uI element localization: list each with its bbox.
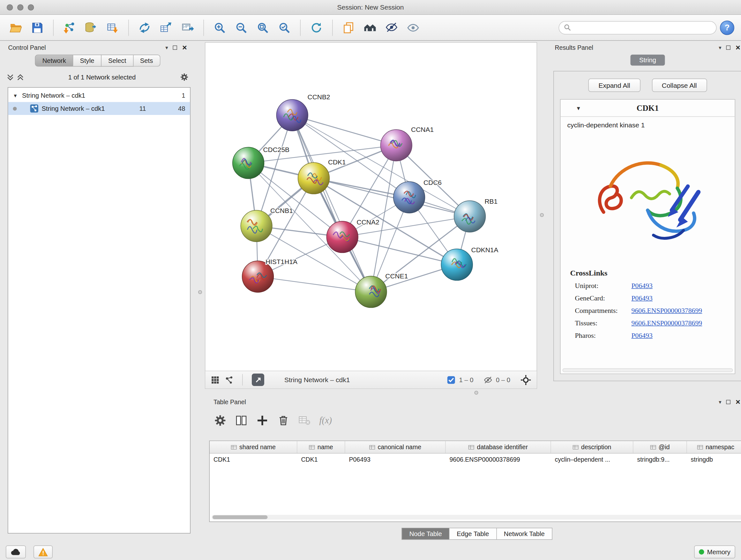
compartments-link[interactable]: 9606.ENSP00000378699: [631, 307, 702, 315]
close-panel-icon[interactable]: ✕: [735, 44, 740, 51]
tab-node-table[interactable]: Node Table: [402, 528, 450, 540]
maximize-panel-icon[interactable]: [726, 45, 731, 50]
export-image-button[interactable]: [179, 18, 197, 37]
tab-network-table[interactable]: Network Table: [496, 528, 552, 540]
import-table-file-button[interactable]: [104, 18, 122, 37]
cell-name[interactable]: CDK1: [297, 454, 345, 466]
grid-view-icon[interactable]: [211, 376, 219, 384]
column-header[interactable]: namespac: [687, 441, 741, 453]
column-header[interactable]: @id: [633, 441, 687, 453]
zoom-fit-button[interactable]: [254, 18, 272, 37]
splitter-handle[interactable]: [198, 290, 202, 294]
network-collection-row[interactable]: ▼ String Network – cdk1 1: [8, 89, 190, 102]
node-CCNB1[interactable]: CCNB1: [241, 207, 293, 242]
fit-selected-crosshair-icon[interactable]: [521, 375, 531, 385]
warnings-button[interactable]: [33, 546, 53, 559]
edge-CDK1-RB1[interactable]: [314, 178, 470, 216]
show-columns-icon[interactable]: [235, 415, 248, 427]
search-box[interactable]: [559, 21, 717, 34]
share-view-icon[interactable]: [225, 376, 233, 384]
scrollbar-thumb[interactable]: [212, 515, 268, 519]
edge-HIST1H1A-CCNE1[interactable]: [258, 276, 371, 292]
genecard-link[interactable]: P06493: [631, 294, 653, 302]
search-input[interactable]: [574, 24, 712, 31]
cloud-button[interactable]: [6, 546, 26, 559]
hidden-eye-icon[interactable]: [484, 376, 492, 384]
home-layout-button[interactable]: [361, 18, 379, 37]
zoom-out-button[interactable]: [232, 18, 251, 37]
column-header[interactable]: database identifier: [446, 441, 551, 453]
show-details-button[interactable]: [404, 18, 422, 37]
node-CCNA2[interactable]: CCNA2: [327, 219, 379, 253]
add-column-icon[interactable]: [256, 415, 269, 427]
minimize-window-button[interactable]: [17, 4, 23, 11]
cell-namespace[interactable]: stringdb: [687, 454, 741, 466]
new-network-button[interactable]: [136, 18, 154, 37]
network-graph[interactable]: CCNB2CCNA1CDC25BCDK1CDC6RB1CCNB1CCNA2CDK…: [205, 43, 537, 371]
close-window-button[interactable]: [7, 4, 13, 11]
collapse-protein-icon[interactable]: ▼: [576, 105, 581, 111]
import-network-file-button[interactable]: [60, 18, 78, 37]
cell-id[interactable]: stringdb:9...: [633, 454, 687, 466]
cell-database-identifier[interactable]: 9606.ENSP00000378699: [446, 454, 551, 466]
gear-icon[interactable]: [180, 73, 189, 81]
import-network-database-button[interactable]: [82, 18, 100, 37]
cell-shared-name[interactable]: CDK1: [210, 454, 297, 466]
close-panel-icon[interactable]: ✕: [735, 398, 740, 406]
splitter-handle[interactable]: [475, 391, 478, 395]
table-row[interactable]: CDK1 CDK1 P06493 9606.ENSP00000378699 cy…: [210, 454, 741, 466]
collapse-collection-icon[interactable]: ▼: [13, 93, 19, 98]
expand-all-tree-icon[interactable]: [7, 73, 14, 81]
help-button[interactable]: ?: [720, 20, 734, 35]
edge-CCNB2-CCNE1[interactable]: [292, 115, 371, 292]
tab-string[interactable]: String: [630, 55, 665, 66]
maximize-window-button[interactable]: [28, 4, 34, 11]
tab-edge-table[interactable]: Edge Table: [450, 528, 496, 540]
collapse-all-button[interactable]: Collapse All: [652, 78, 707, 92]
edge-CCNA2-CDKN1A[interactable]: [342, 237, 457, 265]
selected-checkbox-icon[interactable]: [447, 376, 455, 384]
cell-canonical-name[interactable]: P06493: [345, 454, 446, 466]
expand-all-button[interactable]: Expand All: [589, 78, 640, 92]
open-session-button[interactable]: [7, 18, 25, 37]
tissues-link[interactable]: 9606.ENSP00000378699: [631, 319, 702, 327]
horizontal-scrollbar[interactable]: [562, 368, 733, 372]
hide-details-button[interactable]: [383, 18, 401, 37]
column-header[interactable]: shared name: [210, 441, 297, 453]
tab-network[interactable]: Network: [35, 55, 73, 67]
refresh-style-button[interactable]: [307, 18, 326, 37]
uniprot-link[interactable]: P06493: [631, 282, 653, 290]
close-panel-icon[interactable]: ✕: [182, 44, 187, 51]
column-header[interactable]: canonical name: [345, 441, 446, 453]
save-session-button[interactable]: [28, 18, 47, 37]
maximize-panel-icon[interactable]: [726, 400, 731, 404]
node-CCNB2[interactable]: CCNB2: [276, 93, 330, 131]
delete-column-trash-icon[interactable]: [277, 415, 290, 427]
horizontal-scrollbar[interactable]: [212, 515, 741, 520]
maximize-panel-icon[interactable]: [173, 45, 178, 50]
tab-sets[interactable]: Sets: [133, 55, 160, 67]
birdseye-navigator-button[interactable]: [252, 374, 264, 386]
collapse-all-tree-icon[interactable]: [17, 73, 24, 81]
zoom-selected-button[interactable]: [275, 18, 293, 37]
column-header[interactable]: name: [297, 441, 345, 453]
float-panel-icon[interactable]: ▾: [165, 44, 168, 51]
memory-button[interactable]: Memory: [694, 546, 735, 559]
edge-CCNB2-CCNA1[interactable]: [292, 115, 396, 145]
node-RB1[interactable]: RB1: [454, 198, 497, 233]
float-panel-icon[interactable]: ▾: [719, 44, 721, 51]
node-HIST1H1A[interactable]: HIST1H1A: [242, 258, 297, 292]
pharos-link[interactable]: P06493: [631, 331, 653, 340]
cell-description[interactable]: cyclin–dependent ...: [551, 454, 633, 466]
network-row-selected[interactable]: String Network – cdk1 11 48: [8, 102, 190, 115]
float-panel-icon[interactable]: ▾: [719, 399, 721, 405]
clone-network-button[interactable]: [157, 18, 175, 37]
column-header[interactable]: description: [551, 441, 633, 453]
node-CDC25B[interactable]: CDC25B: [232, 146, 289, 179]
zoom-in-button[interactable]: [211, 18, 229, 37]
splitter-handle[interactable]: [540, 213, 544, 217]
copy-button[interactable]: [340, 18, 358, 37]
node-CDKN1A[interactable]: CDKN1A: [441, 246, 498, 280]
table-settings-gear-icon[interactable]: [214, 415, 226, 427]
node-CCNA1[interactable]: CCNA1: [381, 126, 434, 161]
